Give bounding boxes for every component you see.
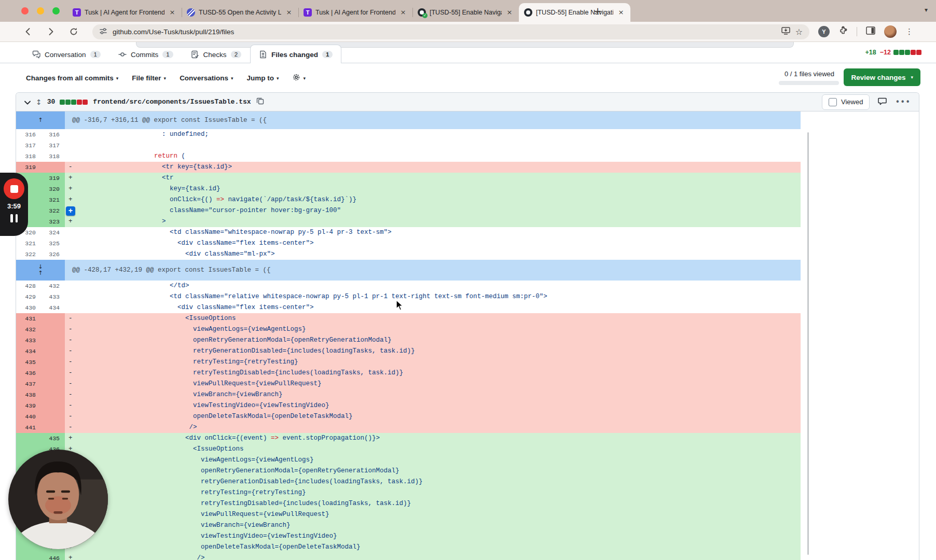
menu-file-filter[interactable]: File filter▾ xyxy=(132,74,166,82)
old-line-number[interactable]: 430 xyxy=(16,302,41,313)
browser-tab[interactable]: [TUSD-55] Enable Navigation× xyxy=(519,3,630,22)
new-line-number[interactable]: 317 xyxy=(41,140,65,151)
browser-tab[interactable]: Tusk | AI Agent for Frontend T× xyxy=(298,3,412,22)
file-comment-icon[interactable] xyxy=(878,97,887,107)
browser-tab[interactable]: TUSD-55 Open the Activity L× xyxy=(182,3,298,22)
old-line-number[interactable]: 317 xyxy=(16,140,41,151)
new-line-number[interactable]: 323 xyxy=(41,216,65,227)
old-line-number[interactable]: 431 xyxy=(16,313,41,324)
new-line-number[interactable]: 433 xyxy=(41,291,65,302)
new-line-number[interactable] xyxy=(41,422,65,433)
menu-changes-from-all-commits[interactable]: Changes from all commits▾ xyxy=(26,74,118,82)
menu-conversations[interactable]: Conversations▾ xyxy=(180,74,233,82)
old-line-number[interactable]: 321 xyxy=(16,238,41,249)
old-line-number[interactable]: 436 xyxy=(16,368,41,379)
side-panel-icon[interactable] xyxy=(866,26,875,37)
old-line-number[interactable]: 429 xyxy=(16,291,41,302)
old-line-number[interactable]: 322 xyxy=(16,249,41,260)
collapse-chevron-icon[interactable] xyxy=(24,97,31,107)
reload-button[interactable] xyxy=(67,27,80,36)
address-bar[interactable]: github.com/Use-Tusk/tusk/pull/219/files … xyxy=(92,24,809,39)
browser-tab[interactable]: ✓[TUSD-55] Enable Navigation× xyxy=(412,3,519,22)
tab-close-icon[interactable]: × xyxy=(168,8,176,17)
diff-settings-menu[interactable]: ▾ xyxy=(292,73,306,83)
back-button[interactable] xyxy=(22,27,34,36)
new-line-number[interactable]: 435 xyxy=(41,433,65,444)
old-line-number[interactable] xyxy=(16,444,41,455)
new-line-number[interactable]: 319 xyxy=(41,173,65,184)
tab-close-icon[interactable]: × xyxy=(617,8,625,17)
new-line-number[interactable]: 318 xyxy=(41,151,65,162)
pr-tab-checks[interactable]: Checks2 xyxy=(182,45,250,63)
add-line-comment-button[interactable]: + xyxy=(66,206,75,216)
y-profile-badge[interactable]: Y xyxy=(818,26,830,37)
new-line-number[interactable] xyxy=(41,324,65,335)
bookmark-star-icon[interactable]: ☆ xyxy=(795,27,803,37)
browser-tab[interactable]: Tusk | AI Agent for Frontend T× xyxy=(67,3,182,22)
install-app-icon[interactable] xyxy=(781,27,790,36)
new-line-number[interactable]: 324 xyxy=(41,227,65,238)
new-line-number[interactable]: 326 xyxy=(41,249,65,260)
old-line-number[interactable]: 435 xyxy=(16,357,41,368)
tab-close-icon[interactable]: × xyxy=(285,8,293,17)
new-line-number[interactable] xyxy=(41,389,65,400)
expand-up-icon[interactable]: ↑ xyxy=(38,117,43,123)
new-line-number[interactable]: 322 xyxy=(41,205,65,216)
new-line-number[interactable] xyxy=(41,357,65,368)
window-close-button[interactable] xyxy=(21,7,29,15)
new-line-number[interactable]: 434 xyxy=(41,302,65,313)
new-line-number[interactable]: 325 xyxy=(41,238,65,249)
menu-jump-to[interactable]: Jump to▾ xyxy=(246,74,279,82)
pr-tab-conversation[interactable]: Conversation1 xyxy=(23,45,109,63)
hunk-expand-gutter[interactable]: ↓↑ xyxy=(16,260,65,281)
site-settings-tune-icon[interactable] xyxy=(99,27,107,37)
old-line-number[interactable]: 433 xyxy=(16,335,41,346)
new-line-number[interactable] xyxy=(41,162,65,173)
hunk-expand-gutter[interactable]: ↑ xyxy=(16,111,65,129)
pr-tab-commits[interactable]: Commits1 xyxy=(109,45,182,63)
new-line-number[interactable] xyxy=(41,313,65,324)
old-line-number[interactable] xyxy=(16,553,41,560)
window-zoom-button[interactable] xyxy=(52,7,60,15)
old-line-number[interactable]: 439 xyxy=(16,400,41,411)
new-line-number[interactable] xyxy=(41,346,65,357)
stop-recording-button[interactable] xyxy=(4,178,24,199)
new-tab-button[interactable]: + xyxy=(591,5,604,17)
diff-scrollbar-thumb[interactable] xyxy=(807,132,809,555)
old-line-number[interactable]: 316 xyxy=(16,129,41,140)
window-minimize-button[interactable] xyxy=(37,7,44,15)
expand-up-icon[interactable]: ↑ xyxy=(38,270,43,276)
old-line-number[interactable]: 319 xyxy=(16,162,41,173)
url-text[interactable]: github.com/Use-Tusk/tusk/pull/219/files xyxy=(113,28,776,36)
old-line-number[interactable]: 434 xyxy=(16,346,41,357)
old-line-number[interactable]: 440 xyxy=(16,411,41,422)
extensions-puzzle-icon[interactable] xyxy=(838,26,848,37)
forward-button[interactable] xyxy=(45,27,57,36)
file-options-kebab-icon[interactable]: ••• xyxy=(895,97,911,107)
old-line-number[interactable] xyxy=(16,433,41,444)
old-line-number[interactable]: 432 xyxy=(16,324,41,335)
tab-search-chevron-icon[interactable]: ▾ xyxy=(925,6,928,13)
old-line-number[interactable]: 441 xyxy=(16,422,41,433)
viewed-checkbox[interactable] xyxy=(829,98,837,106)
old-line-number[interactable]: 318 xyxy=(16,151,41,162)
pr-tab-files-changed[interactable]: Files changed1 xyxy=(250,45,341,63)
profile-avatar[interactable] xyxy=(884,25,897,38)
new-line-number[interactable]: 432 xyxy=(41,281,65,291)
tab-close-icon[interactable]: × xyxy=(505,8,514,17)
review-changes-button[interactable]: Review changes ▾ xyxy=(844,68,920,86)
new-line-number[interactable] xyxy=(41,368,65,379)
chrome-menu-kebab-icon[interactable]: ⋮ xyxy=(905,27,913,36)
copy-path-icon[interactable] xyxy=(256,97,264,107)
drag-handle-icon[interactable]: ↕ xyxy=(36,98,42,106)
old-line-number[interactable]: 428 xyxy=(16,281,41,291)
new-line-number[interactable]: 321 xyxy=(41,194,65,205)
new-line-number[interactable]: 446 xyxy=(41,553,65,560)
pause-recording-button[interactable] xyxy=(10,214,18,222)
old-line-number[interactable]: 437 xyxy=(16,379,41,389)
new-line-number[interactable] xyxy=(41,411,65,422)
old-line-number[interactable]: 438 xyxy=(16,389,41,400)
new-line-number[interactable] xyxy=(41,400,65,411)
tab-close-icon[interactable]: × xyxy=(399,8,407,17)
new-line-number[interactable] xyxy=(41,379,65,389)
